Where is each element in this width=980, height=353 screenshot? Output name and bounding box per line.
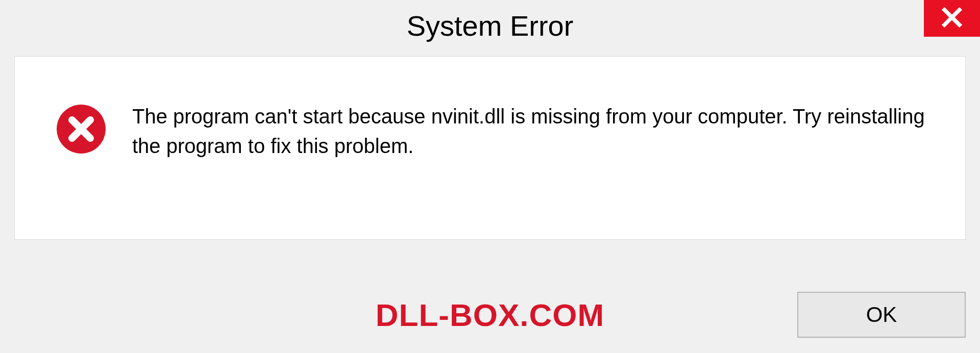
- watermark-text: DLL-BOX.COM: [376, 297, 604, 333]
- content-panel: The program can't start because nvinit.d…: [14, 56, 966, 240]
- dialog-title: System Error: [407, 9, 574, 42]
- close-button[interactable]: [924, 0, 980, 37]
- error-message: The program can't start because nvinit.d…: [132, 102, 935, 161]
- ok-button[interactable]: OK: [797, 292, 966, 338]
- close-icon: [941, 6, 963, 31]
- error-icon: [56, 104, 107, 155]
- titlebar: System Error: [0, 0, 980, 51]
- footer: DLL-BOX.COM OK: [14, 292, 966, 338]
